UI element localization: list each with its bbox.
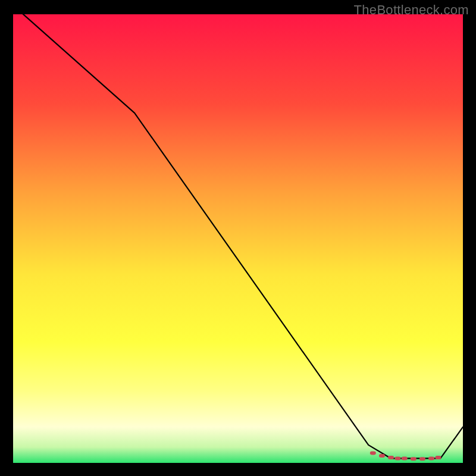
marker-dot [402,456,408,460]
marker-dot [428,456,434,460]
marker-dot [379,454,385,458]
marker-dot [419,457,425,461]
marker-dot [388,456,394,459]
marker-dot [370,451,376,455]
marker-dot [435,456,441,459]
chart-root: TheBottleneck.com [0,0,476,476]
gradient-background [13,14,463,463]
chart-canvas [0,0,476,476]
watermark-text: TheBottleneck.com [354,2,469,18]
marker-dot [411,457,416,461]
marker-dot [394,456,400,460]
